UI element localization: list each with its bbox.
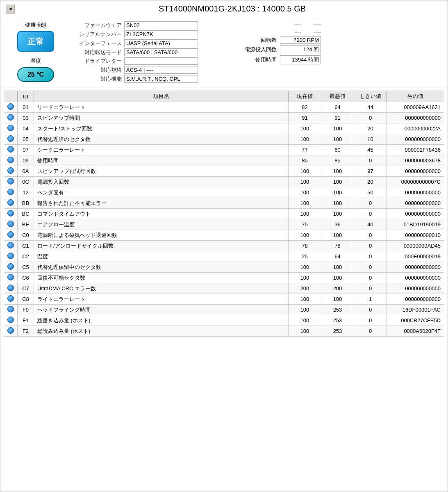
table-row: 0C電源投入回数10010020000000000007C (4, 177, 444, 187)
row-worst: 100 (321, 294, 354, 305)
usage-label: 使用時間 (255, 56, 277, 64)
row-name: 温度 (34, 251, 289, 262)
row-name: 使用時間 (34, 155, 289, 166)
temp-label: 温度 (30, 57, 41, 65)
table-row: F2総読み込み量 (ホスト)10025300000A6020F4F (4, 326, 444, 337)
th-id: ID (18, 91, 34, 102)
row-raw: 000000003678 (387, 155, 444, 166)
status-dot-icon (7, 178, 14, 184)
table-row: C7UltraDMA CRC エラー数2002000000000000000 (4, 283, 444, 294)
status-dot-icon (7, 263, 14, 270)
row-id: 0C (18, 177, 34, 187)
row-worst: 64 (321, 251, 354, 262)
feature-row: 対応機能 S.M.A.R.T., NCQ, GPL (68, 75, 198, 83)
serial-value: ZL2CPN7K (124, 30, 198, 38)
row-id: C0 (18, 230, 34, 241)
status-dot-icon (7, 146, 14, 153)
row-current: 100 (289, 315, 321, 326)
row-name: スピンアップ時間 (34, 113, 289, 123)
row-name: 総書き込み量 (ホスト) (34, 315, 289, 326)
usage-row: 使用時間 13944 時間 (210, 55, 321, 64)
row-id: C6 (18, 273, 34, 283)
table-row: C0電源断による磁気ヘッド退避回数1001000000000000010 (4, 230, 444, 241)
row-icon (4, 177, 18, 187)
table-row: C8ライトエラーレート1001001000000000000 (4, 294, 444, 305)
row-name: UltraDMA CRC エラー数 (34, 283, 289, 294)
status-dot-icon (7, 327, 14, 334)
status-dot-icon (7, 253, 14, 259)
th-icon (4, 91, 18, 102)
row-threshold: 20 (354, 123, 387, 134)
row-current: 200 (289, 283, 321, 294)
row-icon (4, 305, 18, 315)
row-icon (4, 134, 18, 145)
row-current: 100 (289, 305, 321, 315)
row-raw: 16DF00001FAC (387, 305, 444, 315)
spec-row: 対応規格 ACS-4 | ---- (68, 66, 198, 74)
row-id: 04 (18, 123, 34, 134)
row-worst: 100 (321, 262, 354, 273)
table-row: 01リードエラーレート826444000009AA1621 (4, 102, 444, 113)
row-worst: 253 (321, 315, 354, 326)
row-id: BC (18, 209, 34, 219)
rotation-label: 回転数 (261, 36, 277, 44)
row-icon (4, 283, 18, 294)
transfer-row: 対応転送モード SATA/600 | SATA/600 (68, 48, 198, 56)
transfer-value: SATA/600 | SATA/600 (124, 48, 198, 56)
row-id: 05 (18, 134, 34, 145)
table-row: C2温度25640000F00000019 (4, 251, 444, 262)
table-row: C5代替処理保留中のセクタ数1001000000000000000 (4, 262, 444, 273)
status-dot-icon (7, 231, 14, 238)
row-current: 100 (289, 230, 321, 241)
row-threshold: 40 (354, 219, 387, 230)
row-current: 100 (289, 273, 321, 283)
row-threshold: 0 (354, 273, 387, 283)
smart-table-section: ID 項目名 現在値 最悪値 しきい値 生の値 01リードエラーレート82644… (0, 87, 448, 340)
interface-value: UASP (Serial ATA) (124, 39, 198, 47)
row-current: 75 (289, 219, 321, 230)
row-icon (4, 145, 18, 155)
feature-label: 対応機能 (68, 75, 122, 83)
row-raw: 000000000007C (387, 177, 444, 187)
firmware-row: ファームウェア SN02 (68, 21, 198, 29)
usage-value: 13944 時間 (280, 55, 321, 64)
row-raw: 000000000000 (387, 209, 444, 219)
row-name: 電源断による磁気ヘッド退避回数 (34, 230, 289, 241)
row-worst: 100 (321, 198, 354, 209)
table-row: 07シークエラーレート776045000002F78436 (4, 145, 444, 155)
transfer-label: 対応転送モード (68, 49, 122, 56)
row-threshold: 0 (354, 209, 387, 219)
table-row: 05代替処理済のセクタ数10010010000000000000 (4, 134, 444, 145)
table-row: BEエアフロー温度75364001BD19190019 (4, 219, 444, 230)
status-dot-icon (7, 295, 14, 302)
row-id: C8 (18, 294, 34, 305)
row-name: シークエラーレート (34, 145, 289, 155)
row-worst: 36 (321, 219, 354, 230)
health-status: 正常 (17, 31, 54, 52)
row-worst: 100 (321, 209, 354, 219)
serial-row: シリアルナンバー ZL2CPN7K (68, 30, 198, 38)
row-name: ライトエラーレート (34, 294, 289, 305)
row-id: C2 (18, 251, 34, 262)
table-row: C1ロード/アンロードサイクル回数7878000000000AD45 (4, 241, 444, 251)
row-current: 100 (289, 177, 321, 187)
row-worst: 200 (321, 283, 354, 294)
row-threshold: 0 (354, 198, 387, 209)
back-button[interactable]: ◄ (5, 4, 15, 14)
row-worst: 60 (321, 145, 354, 155)
row-id: F1 (18, 315, 34, 326)
th-name: 項目名 (34, 91, 289, 102)
row-name: 総読み込み量 (ホスト) (34, 326, 289, 337)
row-threshold: 0 (354, 251, 387, 262)
row-threshold: 0 (354, 305, 387, 315)
status-dot-icon (7, 221, 14, 227)
table-row: 03スピンアップ時間91910000000000000 (4, 113, 444, 123)
row-icon (4, 262, 18, 273)
dash2b: ---- (305, 29, 321, 35)
status-dot-icon (7, 306, 14, 312)
row-id: F0 (18, 305, 34, 315)
row-worst: 100 (321, 123, 354, 134)
interface-row: インターフェース UASP (Serial ATA) (68, 39, 198, 47)
page-title: ST14000NM001G-2KJ103 : 14000.5 GB (22, 4, 443, 14)
table-row: F1総書き込み量 (ホスト)1002530000CB27CFE5D (4, 315, 444, 326)
